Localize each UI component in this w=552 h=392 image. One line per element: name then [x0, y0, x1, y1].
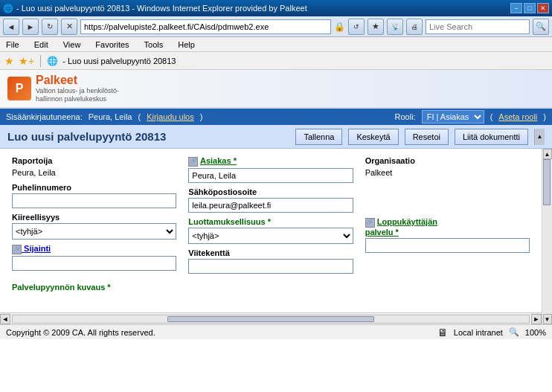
kuvaus-group: Palvelupyynnön kuvaus *	[12, 283, 530, 292]
loppukayttaja-input[interactable]	[365, 238, 530, 253]
logo-name: Palkeet	[36, 74, 119, 87]
horizontal-scrollbar[interactable]: ◄ ►	[0, 312, 542, 324]
refresh-page-button[interactable]: ↺	[348, 19, 365, 35]
luottamuksellisuus-select[interactable]: <tyhjä>	[188, 228, 353, 244]
minimize-button[interactable]: −	[510, 3, 522, 13]
scroll-right-button[interactable]: ►	[531, 314, 542, 324]
header-scroll-up[interactable]: ▲	[534, 129, 545, 145]
search-go-button[interactable]: 🔍	[533, 19, 549, 35]
sijainti-label[interactable]: 🔗 Sijainti	[12, 244, 176, 254]
page-header: Luo uusi palvelupyyntö 20813 Tallenna Ke…	[0, 125, 552, 149]
favorites-separator	[40, 55, 41, 67]
logged-in-label: Sisäänkirjautuneena:	[6, 112, 83, 121]
user-bar: Sisäänkirjautuneena: Peura, Leila ( Kirj…	[0, 109, 552, 125]
reset-button[interactable]: Resetoi	[405, 129, 449, 145]
paren-open2: (	[490, 112, 493, 121]
scroll-down-button[interactable]: ▼	[543, 314, 552, 324]
kiireellisyys-select[interactable]: <tyhjä>	[12, 223, 176, 240]
feed-button[interactable]: 📡	[387, 19, 403, 35]
puhelinnumero-input[interactable]	[12, 193, 176, 208]
maximize-button[interactable]: □	[524, 3, 536, 13]
favorites-button[interactable]: ★	[368, 19, 384, 35]
favorites-bar: ★ ★+ 🌐 - Luo uusi palvelupyyntö 20813	[0, 52, 552, 70]
scroll-left-button[interactable]: ◄	[0, 314, 10, 324]
raportoija-label: Raportoija	[12, 156, 176, 165]
role-prefix: Rooli:	[395, 112, 416, 121]
puhelinnumero-label: Puhelinnumero	[12, 183, 176, 192]
asiakas-group: 🔗 Asiakas *	[188, 156, 353, 183]
menu-view[interactable]: View	[60, 39, 84, 50]
main-content: Raportoija Peura, Leila Puhelinnumero Ki…	[0, 149, 552, 324]
kiireellisyys-group: Kiireellisyys <tyhjä>	[12, 213, 176, 240]
zoom-icon: 🔍	[509, 327, 519, 337]
organisaatio-value: Palkeet	[365, 167, 530, 179]
viitekentta-input[interactable]	[188, 259, 353, 274]
loppukayttaja-group: 🔗 Loppukäyttäjänpalvelu *	[365, 217, 530, 253]
print-button[interactable]: 🖨	[406, 19, 423, 35]
lock-icon: 🔒	[334, 22, 345, 32]
loppukayttaja-link-icon: 🔗	[365, 218, 375, 228]
address-input[interactable]	[80, 19, 331, 34]
browser-favicon: 🌐	[47, 56, 58, 66]
kiireellisyys-label: Kiireellisyys	[12, 213, 176, 222]
save-button[interactable]: Tallenna	[295, 129, 342, 145]
form-scroll-wrap: Raportoija Peura, Leila Puhelinnumero Ki…	[0, 149, 542, 324]
zone-icon: 🖥	[437, 327, 448, 338]
zoom-level: 100%	[525, 328, 546, 337]
logo-text: Palkeet Valtion talous- ja henkilöstö- h…	[36, 74, 119, 103]
sahkoposti-group: Sähköpostiosoite	[188, 187, 353, 213]
form-area: Raportoija Peura, Leila Puhelinnumero Ki…	[0, 149, 542, 312]
stop-button[interactable]: ✕	[61, 19, 77, 35]
raportoija-value: Peura, Leila	[12, 167, 176, 179]
favorites-page-label: - Luo uusi palvelupyyntö 20813	[62, 57, 176, 65]
scroll-track-v	[543, 159, 552, 314]
logo-icon: P	[7, 77, 31, 100]
luottamuksellisuus-group: Luottamuksellisuus * <tyhjä>	[188, 217, 353, 244]
scroll-up-button[interactable]: ▲	[543, 149, 552, 159]
asiakas-label[interactable]: 🔗 Asiakas *	[188, 156, 353, 167]
cancel-button[interactable]: Keskeytä	[348, 129, 398, 145]
role-select[interactable]: FI | Asiakas	[422, 110, 484, 123]
back-button[interactable]: ◄	[3, 19, 19, 35]
sijainti-group: 🔗 Sijainti	[12, 244, 176, 271]
sahkoposti-input[interactable]	[188, 198, 353, 213]
kuvaus-label: Palvelupyynnön kuvaus *	[12, 283, 530, 292]
paren-close2: )	[543, 112, 546, 121]
puhelinnumero-group: Puhelinnumero	[12, 183, 176, 208]
palkeet-logo: P Palkeet Valtion talous- ja henkilöstö-…	[7, 74, 119, 103]
vertical-scrollbar[interactable]: ▲ ▼	[542, 149, 552, 324]
organisaatio-label: Organisaatio	[365, 156, 530, 165]
close-button[interactable]: ✕	[537, 3, 549, 13]
window-title: - Luo uusi palvelupyyntö 20813 - Windows…	[16, 4, 307, 13]
forward-button[interactable]: ►	[22, 19, 39, 35]
set-role-link[interactable]: Aseta rooli	[498, 112, 537, 121]
attach-document-button[interactable]: Liitä dokumentti	[455, 129, 528, 145]
scroll-thumb-v[interactable]	[543, 159, 551, 205]
menu-bar: File Edit View Favorites Tools Help	[0, 37, 552, 52]
menu-help[interactable]: Help	[175, 39, 198, 50]
sahkoposti-label: Sähköpostiosoite	[188, 187, 353, 196]
menu-tools[interactable]: Tools	[141, 39, 167, 50]
user-name: Peura, Leila	[89, 112, 132, 121]
asiakas-input[interactable]	[188, 168, 353, 183]
logout-link[interactable]: Kirjaudu ulos	[147, 112, 194, 121]
asiakas-link-icon: 🔗	[188, 157, 198, 167]
menu-file[interactable]: File	[3, 39, 22, 50]
menu-favorites[interactable]: Favorites	[92, 39, 132, 50]
search-input[interactable]	[426, 19, 530, 34]
add-favorite-button[interactable]: ★+	[19, 55, 34, 67]
scroll-thumb[interactable]	[167, 316, 374, 322]
sijainti-input[interactable]	[12, 256, 176, 271]
sijainti-link-icon: 🔗	[12, 245, 22, 254]
menu-edit[interactable]: Edit	[31, 39, 51, 50]
col2: 🔗 Asiakas * Sähköpostiosoite Luottamukse…	[188, 156, 353, 278]
title-bar-left: 🌐 - Luo uusi palvelupyyntö 20813 - Windo…	[3, 4, 307, 13]
raportoija-group: Raportoija Peura, Leila	[12, 156, 176, 179]
viitekentta-label: Viitekenttä	[188, 248, 353, 257]
refresh-button[interactable]: ↻	[42, 19, 58, 35]
status-right: 🖥 Local intranet 🔍 100%	[437, 327, 546, 338]
luottamuksellisuus-label: Luottamuksellisuus *	[188, 217, 353, 226]
col1: Raportoija Peura, Leila Puhelinnumero Ki…	[12, 156, 176, 278]
loppukayttaja-label[interactable]: 🔗 Loppukäyttäjänpalvelu *	[365, 217, 530, 237]
logo-subtitle-2: hallinnon palvelukeskus	[36, 95, 119, 103]
